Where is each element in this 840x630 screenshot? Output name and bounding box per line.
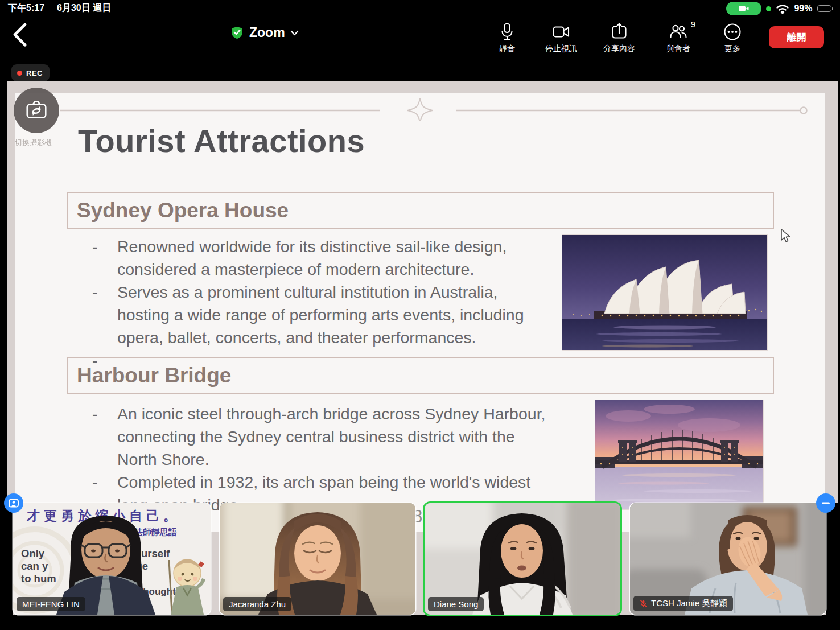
recording-indicator: REC — [11, 64, 50, 81]
zoom-meeting-screen: 下午5:17 6月30日 週日 99% — [0, 0, 840, 630]
person-in-frame-icon — [7, 496, 20, 510]
strip-right-mask — [826, 503, 840, 630]
harbour-bridge-photo — [595, 400, 763, 509]
recording-dot-icon — [17, 71, 22, 76]
stop-video-button[interactable]: 停止視訊 — [534, 22, 588, 54]
mouse-cursor — [780, 229, 793, 244]
strip-left-mask — [0, 503, 13, 630]
participants-button[interactable]: 與會者 9 — [651, 22, 706, 54]
mute-button[interactable]: 靜音 — [480, 22, 534, 54]
status-bar: 下午5:17 6月30日 週日 99% — [0, 0, 840, 16]
back-button[interactable] — [10, 22, 30, 48]
video-tile-tcsh-jamie[interactable]: TCSH Jamie 吳靜穎 — [630, 503, 826, 615]
encryption-shield-icon — [230, 26, 244, 40]
status-date: 6月30日 週日 — [57, 2, 111, 14]
battery-percentage: 99% — [794, 3, 812, 14]
recording-label: REC — [26, 69, 43, 77]
bullet-item: An iconic steel through-arch bridge acro… — [91, 402, 592, 471]
battery-icon — [817, 5, 834, 13]
self-view-toggle-button[interactable] — [4, 493, 23, 513]
video-tile-mei-feng-lin[interactable]: 才更勇於縮小自己。 ～證嚴法師靜思語 Only spect yourself c… — [13, 503, 211, 615]
more-button[interactable]: 更多 — [705, 22, 760, 54]
switch-camera-icon — [23, 97, 50, 123]
leave-meeting-button[interactable]: 離開 — [769, 26, 824, 48]
section-heading-harbour-bridge: Harbour Bridge — [67, 357, 774, 394]
mic-muted-icon — [639, 599, 648, 608]
screen-recording-indicator — [726, 2, 761, 15]
quote-en-fragment: can y — [21, 560, 48, 573]
status-time: 下午5:17 — [8, 2, 44, 14]
video-tile-diane-song[interactable]: Diane Song — [425, 503, 620, 615]
participant-nameplate: MEI-FENG LIN — [17, 597, 85, 611]
quote-en-fragment: Only — [21, 547, 44, 560]
minus-icon — [821, 498, 831, 508]
more-ellipsis-icon — [722, 22, 743, 42]
camera-icon — [738, 5, 750, 13]
share-content-button[interactable]: 分享內容 — [592, 22, 647, 54]
meeting-toolbar: Zoom 靜音 停止視訊 — [0, 16, 840, 59]
switch-camera-button[interactable] — [14, 88, 59, 133]
privacy-dot-icon — [766, 6, 771, 11]
bullet-item: Serves as a prominent cultural instituti… — [91, 281, 592, 349]
stop-video-label: 停止視訊 — [545, 44, 577, 54]
opera-house-bullets: Renowned worldwide for its distinctive s… — [91, 235, 592, 349]
participant-nameplate: Diane Song — [428, 597, 484, 611]
collapse-videos-button[interactable] — [816, 493, 835, 513]
participant-nameplate: Jacaranda Zhu — [223, 597, 291, 611]
mute-label: 靜音 — [499, 44, 515, 54]
back-chevron-icon — [10, 22, 30, 48]
share-icon — [609, 22, 629, 42]
participant-count-badge: 9 — [691, 19, 695, 29]
more-label: 更多 — [724, 44, 740, 54]
share-content-label: 分享內容 — [603, 44, 635, 54]
section-heading-opera-house: Sydney Opera House — [67, 192, 774, 229]
switch-camera-label: 切換攝影機 — [15, 138, 52, 148]
video-tile-jacaranda-zhu[interactable]: Jacaranda Zhu — [220, 503, 415, 615]
app-title: Zoom — [249, 25, 285, 40]
wifi-icon — [776, 3, 789, 14]
sydney-opera-house-photo — [562, 235, 767, 350]
video-camera-icon — [551, 22, 571, 42]
participants-label: 與會者 — [666, 44, 690, 54]
participants-icon — [668, 22, 689, 42]
slide-title: Tourist Attractions — [78, 122, 365, 159]
harbour-bridge-bullets: An iconic steel through-arch bridge acro… — [91, 402, 592, 516]
microphone-icon — [497, 22, 517, 42]
slide-divider-ornament — [51, 98, 811, 121]
strip-bottom-mask — [0, 615, 840, 630]
meeting-title-button[interactable]: Zoom — [230, 25, 299, 40]
chevron-down-icon — [290, 30, 299, 36]
participant-nameplate: TCSH Jamie 吳靜穎 — [633, 596, 733, 611]
cartoon-monk-figure — [162, 555, 209, 615]
bullet-item: Renowned worldwide for its distinctive s… — [91, 235, 592, 281]
